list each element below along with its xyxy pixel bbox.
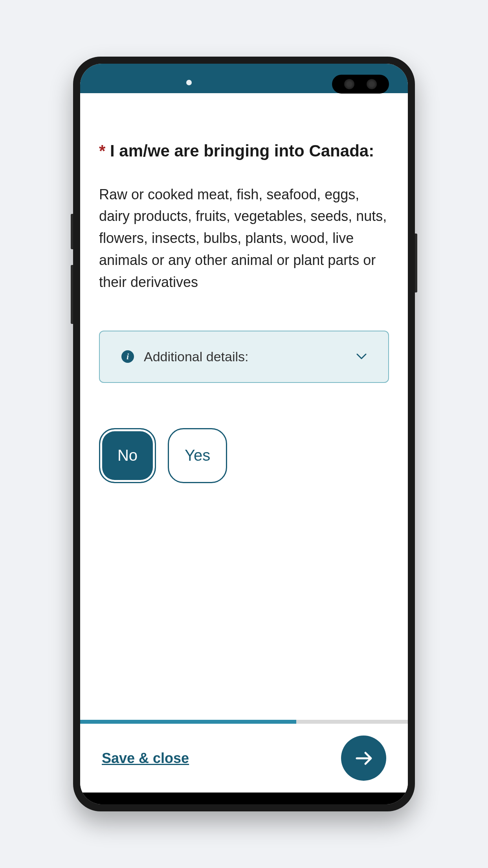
yes-button[interactable]: Yes <box>168 428 227 483</box>
save-close-link[interactable]: Save & close <box>102 750 189 767</box>
bottom-bezel <box>80 793 408 804</box>
details-label: Additional details: <box>144 349 249 364</box>
chevron-down-icon <box>356 353 367 360</box>
footer: Save & close <box>80 724 408 793</box>
main-content: * I am/we are bringing into Canada: Raw … <box>80 93 408 720</box>
heading-text: I am/we are bringing into Canada: <box>105 142 374 160</box>
question-body: Raw or cooked meat, fish, seafood, eggs,… <box>99 184 389 293</box>
screen: * I am/we are bringing into Canada: Raw … <box>80 64 408 804</box>
camera-notch <box>332 75 389 94</box>
yes-button-label: Yes <box>185 447 210 464</box>
info-icon-glyph: i <box>127 351 129 362</box>
details-left-group: i Additional details: <box>121 349 249 364</box>
answer-button-row: No Yes <box>99 428 389 483</box>
required-indicator: * <box>99 142 105 160</box>
additional-details-toggle[interactable]: i Additional details: <box>99 331 389 383</box>
progress-bar <box>80 720 408 724</box>
camera-lens <box>367 79 377 89</box>
next-button[interactable] <box>341 736 386 781</box>
progress-fill <box>80 720 296 724</box>
camera-lens <box>344 79 354 89</box>
device-frame: * I am/we are bringing into Canada: Raw … <box>73 57 415 811</box>
device-side-button <box>415 234 417 292</box>
header-indicator <box>186 80 192 85</box>
arrow-right-icon <box>354 750 373 766</box>
device-side-button <box>71 265 73 324</box>
question-heading: * I am/we are bringing into Canada: <box>99 140 389 162</box>
no-button[interactable]: No <box>99 428 156 483</box>
device-side-button <box>71 214 73 249</box>
info-icon: i <box>121 350 134 363</box>
no-button-label: No <box>117 447 138 464</box>
